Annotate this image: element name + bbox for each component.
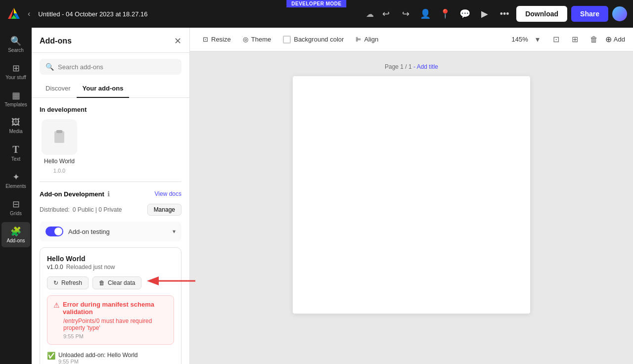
redo-button[interactable]: ↪ [398, 6, 413, 22]
panel-title: Add-ons [40, 37, 72, 46]
hw-version: v1.0.0 [47, 264, 63, 271]
error-time: 9:55 PM [53, 333, 168, 339]
zoom-control: 145% ▾ [512, 32, 545, 47]
sidebar-item-elements[interactable]: ✦ Elements [1, 168, 30, 193]
sidebar-item-media[interactable]: 🖼 Media [1, 113, 30, 138]
hw-version-row: v1.0.0 Reloaded just now [47, 264, 174, 271]
addon-panel: Add-ons ✕ 🔍 Discover Your add-ons In dev… [32, 28, 190, 364]
more-button[interactable]: ••• [497, 6, 512, 22]
media-icon: 🖼 [11, 117, 20, 128]
addon-testing-toggle[interactable] [45, 227, 63, 236]
dev-mode-badge: DEVELOPER MODE [286, 0, 346, 7]
theme-icon: ◎ [243, 36, 248, 43]
doc-title: Untitled - 04 October 2023 at 18.27.16 [38, 10, 362, 18]
panel-header: Add-ons ✕ [32, 28, 189, 53]
top-actions: ↩ ↪ 👤 📍 💬 ▶ ••• Download Share [378, 6, 627, 22]
sidebar-item-addons[interactable]: 🧩 Add-ons [1, 222, 30, 247]
share-button[interactable]: Share [571, 6, 608, 22]
collaborators-button[interactable]: 👤 [417, 6, 433, 22]
grid-view-button[interactable]: ⊞ [568, 32, 583, 47]
error-title-row: ⚠ Error during manifest schema validatio… [53, 301, 168, 316]
toggle-label: Add-on testing [68, 228, 168, 235]
addon-name: Hello World [44, 158, 75, 165]
addon-icon-box [42, 119, 77, 155]
panel-scroll: In development Hello World 1.0.0 Add-on … [32, 98, 189, 364]
your-stuff-icon: ⊞ [12, 63, 20, 74]
refresh-icon: ↻ [53, 279, 58, 286]
view-docs-link[interactable]: View docs [155, 190, 181, 197]
distributed-label: Distributed: [40, 206, 70, 213]
sidebar-item-grids[interactable]: ⊟ Grids [1, 195, 30, 220]
distributed-row: Distributed: 0 Public | 0 Private Manage [40, 204, 181, 216]
delete-button[interactable]: 🗑 [587, 32, 601, 47]
addon-version: 1.0.0 [53, 168, 65, 174]
error-detail: /entryPoints/0 must have required proper… [53, 318, 168, 331]
left-sidebar: 🔍 Search ⊞ Your stuff ▦ Templates 🖼 Medi… [0, 28, 32, 364]
canvas-page[interactable] [293, 76, 530, 314]
download-button[interactable]: Download [516, 6, 567, 22]
hw-reload-status: Reloaded just now [66, 264, 115, 271]
undo-button[interactable]: ↩ [378, 6, 394, 22]
location-button[interactable]: 📍 [437, 6, 453, 22]
align-icon: ⊫ [356, 36, 361, 43]
tab-discover[interactable]: Discover [40, 81, 77, 98]
zoom-level: 145% [512, 36, 528, 43]
present-button[interactable]: ▶ [477, 6, 493, 22]
search-icon: 🔍 [10, 36, 21, 46]
cloud-icon: ☁ [366, 9, 374, 19]
main-area: 🔍 Search ⊞ Your stuff ▦ Templates 🖼 Medi… [0, 28, 633, 364]
toolbar-row: ⊡ Resize ◎ Theme Background color ⊫ Alig… [190, 28, 633, 51]
comment-button[interactable]: 💬 [457, 6, 473, 22]
theme-button[interactable]: ◎ Theme [238, 33, 276, 46]
success-block: ✅ Unloaded add-on: Hello World 9:55 PM [47, 349, 174, 364]
sidebar-item-templates[interactable]: ▦ Templates [1, 86, 30, 111]
manage-button[interactable]: Manage [147, 204, 181, 216]
avatar[interactable] [612, 6, 627, 21]
fit-page-button[interactable]: ⊡ [549, 32, 564, 47]
panel-close-button[interactable]: ✕ [174, 36, 181, 46]
add-button[interactable]: ⊕ Add [605, 35, 625, 44]
hello-world-addon-card[interactable]: Hello World 1.0.0 [40, 119, 79, 174]
tab-your-addons[interactable]: Your add-ons [77, 81, 130, 98]
error-title: Error during manifest schema validation [63, 301, 168, 316]
panel-divider [40, 182, 181, 182]
clear-data-button[interactable]: 🗑 Clear data [92, 276, 141, 289]
canvas-content: Page 1 / 1 - Add title [190, 51, 633, 364]
text-icon: T [12, 144, 19, 155]
dev-section-title: Add-on Development [40, 190, 104, 198]
plus-icon: ⊕ [605, 35, 612, 44]
search-box: 🔍 [40, 59, 181, 75]
warning-icon: ⚠ [53, 301, 60, 309]
svg-rect-5 [56, 130, 62, 133]
add-title-link[interactable]: - Add title [413, 63, 438, 70]
toggle-row: Add-on testing ▾ [40, 222, 181, 241]
top-bar: DEVELOPER MODE ‹ Untitled - 04 October 2… [0, 0, 633, 28]
resize-button[interactable]: ⊡ Resize [198, 33, 236, 46]
tabs-row: Discover Your add-ons [32, 81, 189, 98]
grids-icon: ⊟ [12, 199, 20, 210]
zoom-dropdown-button[interactable]: ▾ [530, 32, 545, 47]
align-button[interactable]: ⊫ Align [351, 33, 383, 46]
search-icon-panel: 🔍 [45, 63, 54, 71]
hello-world-dev-card: Hello World v1.0.0 Reloaded just now ↻ R… [40, 247, 181, 364]
success-text: Unloaded add-on: Hello World [58, 352, 138, 359]
resize-icon: ⊡ [203, 36, 208, 43]
page-label: Page 1 / 1 - Add title [385, 63, 438, 70]
back-button[interactable]: ‹ [26, 7, 32, 20]
logo-button[interactable] [6, 6, 22, 22]
hw-actions: ↻ Refresh 🗑 Clear data [47, 276, 174, 289]
error-block: ⚠ Error during manifest schema validatio… [47, 295, 174, 345]
search-input[interactable] [58, 63, 176, 71]
sidebar-item-text[interactable]: T Text [1, 140, 30, 166]
sidebar-item-search[interactable]: 🔍 Search [1, 32, 30, 57]
bg-color-button[interactable]: Background color [278, 33, 349, 46]
trash-icon: 🗑 [99, 279, 105, 286]
dev-section-header: Add-on Development ℹ View docs [40, 190, 181, 198]
sidebar-item-your-stuff[interactable]: ⊞ Your stuff [1, 59, 30, 84]
in-development-title: In development [40, 106, 181, 113]
refresh-button[interactable]: ↻ Refresh [47, 276, 89, 289]
canvas-area: ⊡ Resize ◎ Theme Background color ⊫ Alig… [190, 28, 633, 364]
hw-card-title: Hello World [47, 255, 174, 263]
distributed-value: 0 Public | 0 Private [73, 206, 122, 213]
bg-color-icon [283, 36, 291, 44]
